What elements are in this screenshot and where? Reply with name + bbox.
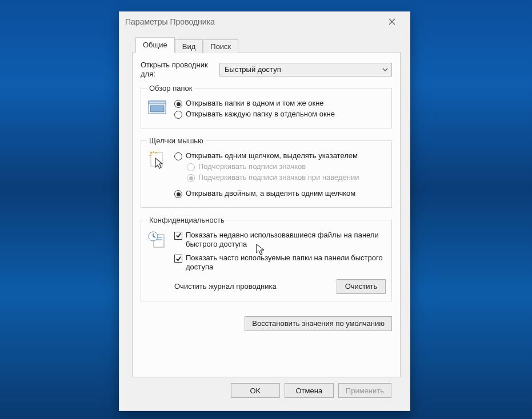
cursor-click-icon xyxy=(147,150,169,171)
browse-folders-legend: Обзор папок xyxy=(147,84,194,92)
radio-underline-always: Подчеркивать подписи значков xyxy=(187,162,386,171)
radio-double-click[interactable]: Открывать двойным, а выделять одним щелч… xyxy=(174,189,386,198)
svg-rect-4 xyxy=(150,106,164,112)
chevron-down-icon xyxy=(382,66,388,74)
privacy-legend: Конфиденциальность xyxy=(147,216,227,224)
click-behavior-legend: Щелчки мышью xyxy=(147,136,206,145)
radio-single-click[interactable]: Открывать одним щелчком, выделять указат… xyxy=(174,151,386,160)
history-icon xyxy=(147,229,169,251)
titlebar[interactable]: Параметры Проводника xyxy=(119,12,410,31)
folder-window-icon xyxy=(147,97,169,119)
close-icon xyxy=(389,18,395,25)
cancel-button[interactable]: Отмена xyxy=(285,383,334,398)
click-behavior-group: Щелчки мышью xyxy=(141,136,392,208)
check-frequent-folders[interactable]: Показать часто используемые папки на пан… xyxy=(174,253,386,272)
tab-panel-general: Открыть проводник для: Быстрый доступ Об… xyxy=(132,52,401,377)
tab-search[interactable]: Поиск xyxy=(203,39,238,53)
close-button[interactable] xyxy=(380,13,404,30)
privacy-group: Конфиденциальность xyxy=(141,216,392,301)
ok-button[interactable]: OK xyxy=(231,383,280,398)
radio-same-window[interactable]: Открывать папки в одном и том же окне xyxy=(174,99,386,108)
dialog-title: Параметры Проводника xyxy=(125,17,380,26)
check-recent-files[interactable]: Показать недавно использовавшиеся файлы … xyxy=(174,231,386,249)
open-explorer-combo[interactable]: Быстрый доступ xyxy=(219,63,392,76)
open-explorer-value: Быстрый доступ xyxy=(225,65,281,74)
restore-defaults-button[interactable]: Восстановить значения по умолчанию xyxy=(245,316,392,331)
svg-rect-3 xyxy=(149,101,166,104)
folder-options-dialog: Параметры Проводника Общие Вид Поиск Отк… xyxy=(119,11,410,411)
open-explorer-label: Открыть проводник для: xyxy=(141,61,214,78)
tab-strip: Общие Вид Поиск xyxy=(135,36,401,52)
radio-new-window[interactable]: Открывать каждую папку в отдельном окне xyxy=(174,110,386,119)
open-explorer-row: Открыть проводник для: Быстрый доступ xyxy=(141,61,392,78)
tab-view[interactable]: Вид xyxy=(175,39,203,53)
clear-history-button[interactable]: Очистить xyxy=(337,279,386,294)
dialog-client: Общие Вид Поиск Открыть проводник для: Б… xyxy=(119,31,410,405)
browse-folders-group: Обзор папок Открывать папки в одном и то… xyxy=(141,84,392,128)
dialog-footer: OK Отмена Применить xyxy=(132,377,401,398)
apply-button[interactable]: Применить xyxy=(338,383,391,398)
tab-general[interactable]: Общие xyxy=(135,37,175,53)
clear-history-label: Очистить журнал проводника xyxy=(174,282,331,291)
radio-underline-hover: Подчеркивать подписи значков при наведен… xyxy=(187,173,386,182)
